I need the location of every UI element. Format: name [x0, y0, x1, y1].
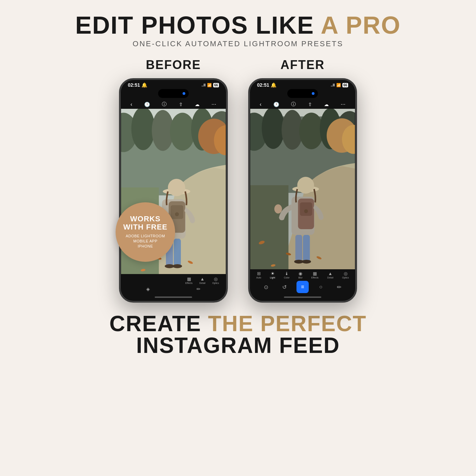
footer-highlight: THE PERFECT	[208, 311, 367, 336]
after-color-icon: 🌡	[285, 271, 289, 276]
before-tool-effects[interactable]: ▦ Effects	[185, 277, 192, 284]
svg-rect-51	[300, 202, 312, 216]
before-help-icon[interactable]: ⓘ	[162, 101, 167, 107]
svg-point-24	[175, 212, 179, 216]
after-photo	[250, 109, 355, 269]
subtitle: ONE-CLICK AUTOMATED LIGHTROOM PRESETS	[75, 40, 401, 48]
before-history-icon[interactable]: 🕐	[144, 102, 150, 107]
footer-line1: CREATE THE PERFECT	[109, 313, 367, 335]
after-dynamic-island	[250, 89, 355, 99]
svg-point-33	[262, 109, 285, 149]
after-tool-light[interactable]: ☀ Light	[270, 271, 275, 279]
before-bottom-bar: ▦ Effects ▲ Detail ◎ Optics	[121, 274, 226, 294]
after-action-rotate[interactable]: ↺	[278, 281, 290, 293]
after-phone: 02:51 🔔 ..ll 📶 66 ‹ 🕐	[248, 78, 357, 303]
headline-plain: EDIT PHOTOS LIKE	[75, 12, 321, 39]
before-cloud-icon[interactable]: ☁	[195, 102, 200, 107]
svg-point-27	[168, 179, 185, 196]
after-photo-area	[250, 109, 355, 269]
before-column: BEFORE 02:51 🔔 ..ll 📶 66	[119, 58, 228, 303]
after-optics-label: Optics	[342, 276, 349, 279]
svg-rect-18	[174, 239, 181, 266]
after-effects-icon: ▦	[313, 271, 317, 276]
after-home-indicator	[250, 294, 355, 301]
after-column: AFTER 02:51 🔔 ..ll 📶 66	[248, 58, 357, 303]
after-action-sliders[interactable]: ≡	[296, 281, 309, 293]
before-actions-row: ◈ ✏	[121, 285, 226, 293]
after-action-circle2[interactable]: ○	[315, 281, 327, 293]
before-tool-detail[interactable]: ▲ Detail	[199, 277, 205, 284]
after-time: 02:51 🔔	[257, 82, 276, 88]
after-auto-icon: ⊞	[257, 271, 261, 276]
svg-rect-46	[303, 235, 310, 262]
after-action-circle[interactable]: ⊙	[260, 281, 272, 293]
before-home-bar	[155, 296, 192, 298]
before-detail-icon: ▲	[200, 277, 205, 281]
after-tool-color[interactable]: 🌡 Color	[284, 271, 290, 279]
phones-section: BEFORE 02:51 🔔 ..ll 📶 66	[119, 58, 357, 303]
before-more-icon[interactable]: ⋯	[211, 102, 216, 107]
after-home-bar	[284, 296, 321, 298]
before-lr-toolbar: ‹ 🕐 ⓘ ⇧ ☁ ⋯	[121, 99, 226, 109]
before-share-icon[interactable]: ⇧	[179, 102, 183, 107]
before-home-indicator	[121, 294, 226, 301]
before-effects-icon: ▦	[187, 277, 191, 281]
badge-main-text: WORKS WITH FREE	[123, 215, 168, 231]
after-more-icon[interactable]: ⋯	[341, 102, 345, 107]
after-help-icon[interactable]: ⓘ	[291, 101, 296, 107]
before-phone: 02:51 🔔 ..ll 📶 66 ‹ 🕐	[119, 78, 228, 303]
before-tool-optics[interactable]: ◎ Optics	[212, 277, 219, 284]
svg-rect-45	[295, 235, 302, 262]
before-back-btn[interactable]: ‹	[131, 101, 132, 107]
after-detail-label: Detail	[327, 276, 334, 279]
after-tool-optics[interactable]: ◎ Optics	[342, 271, 349, 279]
before-optics-icon: ◎	[214, 277, 218, 281]
svg-point-52	[304, 209, 308, 213]
after-tool-blur[interactable]: ◉ Blur	[298, 271, 302, 279]
after-tool-effects[interactable]: ▦ Effects	[311, 271, 319, 279]
before-time: 02:51 🔔	[128, 82, 147, 88]
after-cloud-icon[interactable]: ☁	[324, 102, 329, 107]
before-action-1[interactable]: ◈	[146, 286, 150, 292]
before-dynamic-island	[121, 89, 226, 99]
before-action-2[interactable]: ✏	[197, 286, 201, 292]
footer-plain: CREATE	[109, 311, 208, 336]
before-effects-label: Effects	[185, 282, 192, 284]
after-light-label: Light	[270, 276, 275, 279]
after-lr-toolbar: ‹ 🕐 ⓘ ⇧ ☁ ⋯	[250, 99, 355, 109]
svg-point-5	[131, 109, 155, 150]
after-history-icon[interactable]: 🕐	[273, 102, 279, 107]
after-blur-label: Blur	[298, 276, 302, 279]
header-section: EDIT PHOTOS LIKE A PRO ONE-CLICK AUTOMAT…	[75, 13, 401, 48]
works-badge: WORKS WITH FREE ADOBE LIGHTROOMMOBILE AP…	[116, 202, 175, 262]
after-status-bar: 02:51 🔔 ..ll 📶 66	[250, 80, 355, 89]
svg-point-48	[302, 260, 311, 264]
after-bottom-bar: ⊞ Auto ☀ Light 🌡 Color ◉	[250, 269, 355, 294]
before-detail-label: Detail	[199, 282, 205, 284]
main-headline: EDIT PHOTOS LIKE A PRO	[75, 13, 401, 37]
after-tool-detail[interactable]: ▲ Detail	[327, 271, 334, 279]
after-status-icons: ..ll 📶 66	[331, 83, 348, 87]
after-share-icon[interactable]: ⇧	[308, 102, 312, 107]
after-detail-icon: ▲	[328, 271, 333, 276]
after-island-dot	[312, 92, 314, 95]
after-action-pen[interactable]: ✏	[333, 281, 345, 293]
svg-rect-23	[171, 205, 183, 219]
before-optics-label: Optics	[212, 282, 219, 284]
after-tools-row: ⊞ Auto ☀ Light 🌡 Color ◉	[250, 271, 355, 279]
after-light-icon: ☀	[271, 271, 275, 276]
after-back-btn[interactable]: ‹	[260, 101, 261, 107]
before-island-dot	[183, 92, 185, 95]
after-label: AFTER	[280, 58, 325, 72]
after-effects-label: Effects	[311, 276, 319, 279]
after-blur-icon: ◉	[299, 271, 302, 276]
footer-line2: INSTAGRAM FEED	[109, 335, 367, 356]
after-auto-label: Auto	[256, 276, 261, 279]
footer-section: CREATE THE PERFECT INSTAGRAM FEED	[109, 313, 367, 356]
svg-point-53	[274, 204, 282, 214]
after-tool-auto[interactable]: ⊞ Auto	[256, 271, 261, 279]
svg-point-55	[297, 177, 314, 193]
headline-highlight: A PRO	[321, 12, 401, 39]
after-actions-row: ⊙ ↺ ≡ ○ ✏	[250, 279, 355, 294]
svg-rect-40	[250, 185, 288, 269]
